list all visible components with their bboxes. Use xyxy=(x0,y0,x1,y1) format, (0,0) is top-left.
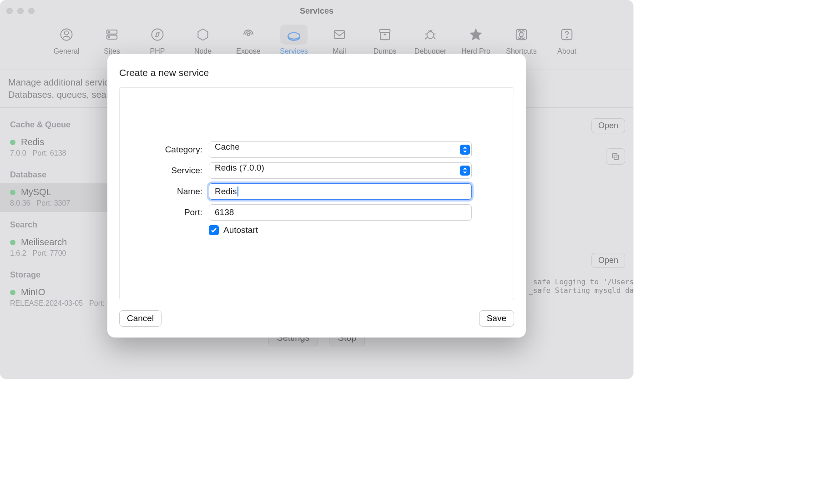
save-button[interactable]: Save xyxy=(479,310,514,327)
name-input[interactable]: Redis xyxy=(209,183,472,200)
service-label: Service: xyxy=(120,166,209,176)
autostart-label: Autostart xyxy=(223,225,258,235)
check-icon xyxy=(211,227,217,233)
cancel-button[interactable]: Cancel xyxy=(119,310,162,327)
create-service-modal: Create a new service Category: Cache Ser xyxy=(107,54,526,338)
modal-title: Create a new service xyxy=(119,67,514,78)
name-label: Name: xyxy=(120,186,209,197)
category-label: Category: xyxy=(120,145,209,155)
category-select[interactable]: Cache xyxy=(209,141,472,158)
modal-form: Category: Cache Service: Redis xyxy=(119,87,514,300)
autostart-checkbox[interactable] xyxy=(209,225,219,235)
service-select[interactable]: Redis (7.0.0) xyxy=(209,162,472,179)
text-cursor-icon xyxy=(237,186,238,197)
port-input[interactable]: 6138 xyxy=(209,204,472,221)
chevrons-updown-icon xyxy=(460,145,470,155)
port-label: Port: xyxy=(120,207,209,217)
chevrons-updown-icon xyxy=(460,166,470,176)
